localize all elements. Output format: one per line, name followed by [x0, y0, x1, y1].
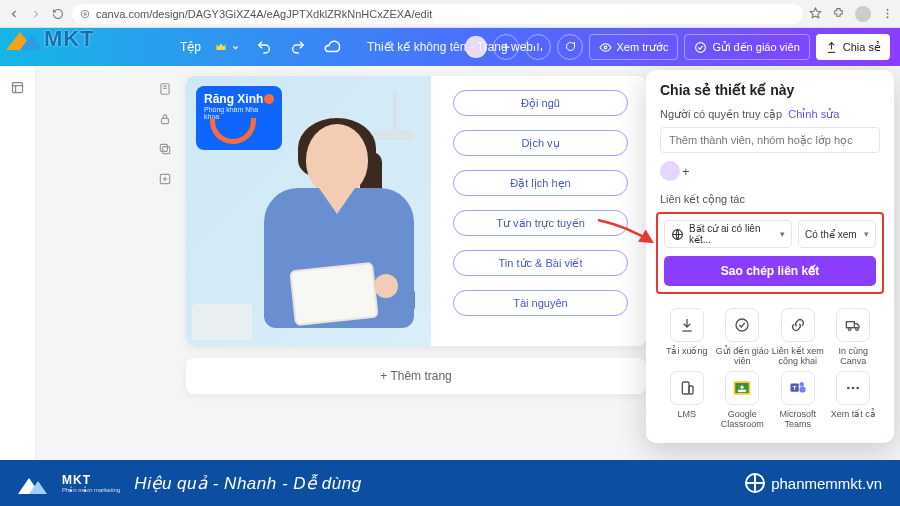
collab-link-label: Liên kết cộng tác	[660, 193, 880, 206]
browser-chrome: canva.com/design/DAGY3GiXZ4A/eAgJPTXdklZ…	[0, 0, 900, 28]
undo-icon[interactable]	[254, 37, 274, 57]
add-avatar-icon[interactable]: +	[682, 164, 690, 179]
opt-ms-teams[interactable]: T Microsoft Teams	[771, 371, 825, 430]
redo-icon[interactable]	[288, 37, 308, 57]
chevron-down-icon: ▾	[864, 229, 869, 239]
canvas-area[interactable]: Răng Xinh Phòng khám Nha khoa Đội ngũ Dị…	[36, 66, 900, 460]
nav-btn-resources[interactable]: Tài nguyên	[453, 290, 628, 316]
add-icon[interactable]	[156, 170, 174, 188]
chevron-down-icon	[231, 43, 240, 52]
add-page-button[interactable]: + Thêm trang	[186, 358, 646, 394]
copy-link-button[interactable]: Sao chép liên kết	[664, 256, 876, 286]
mkt-watermark-logo: MKT	[0, 26, 95, 52]
eye-icon	[599, 41, 612, 54]
profile-avatar-icon[interactable]	[855, 6, 871, 22]
footer-logo	[18, 472, 48, 494]
edit-access-link[interactable]: Chỉnh sửa	[788, 108, 839, 120]
nav-btn-booking[interactable]: Đặt lịch hẹn	[453, 170, 628, 196]
svg-point-17	[856, 328, 859, 331]
opt-google-classroom[interactable]: Google Classroom	[716, 371, 770, 430]
nav-btn-services[interactable]: Dịch vụ	[453, 130, 628, 156]
svg-rect-11	[160, 144, 167, 151]
url-text: canva.com/design/DAGY3GiXZ4A/eAgJPTXdklZ…	[96, 8, 432, 20]
check-circle-icon	[725, 308, 759, 342]
footer-tagline: Hiệu quả - Nhanh - Dễ dùng	[134, 473, 361, 494]
member-avatar[interactable]	[660, 161, 680, 181]
nav-forward-icon[interactable]	[28, 6, 44, 22]
page-nav-buttons: Đội ngũ Dịch vụ Đặt lịch hẹn Tư vấn trực…	[431, 76, 646, 346]
svg-point-26	[799, 382, 804, 387]
opt-see-all[interactable]: Xem tất cả	[827, 371, 881, 430]
svg-rect-27	[799, 386, 805, 392]
lock-icon[interactable]	[156, 110, 174, 128]
canva-toolbar: MKT Tệp Thiết kế không tên - Trang web	[0, 28, 900, 66]
opt-send-teacher[interactable]: Gửi đến giáo viên	[716, 308, 770, 367]
add-members-input[interactable]	[660, 127, 880, 153]
svg-point-30	[857, 386, 860, 389]
crown-icon	[215, 41, 227, 53]
google-classroom-icon	[725, 371, 759, 405]
ms-teams-icon: T	[781, 371, 815, 405]
duplicate-icon[interactable]	[156, 140, 174, 158]
highlighted-link-section: Bất cứ ai có liên kết... ▾ Có thể xem ▾ …	[656, 212, 884, 294]
nav-btn-team[interactable]: Đội ngũ	[453, 90, 628, 116]
svg-point-2	[887, 9, 889, 11]
link-icon	[781, 308, 815, 342]
page-hero-image[interactable]: Răng Xinh Phòng khám Nha khoa	[186, 76, 431, 346]
svg-rect-19	[689, 386, 693, 394]
share-button[interactable]: Chia sẻ	[816, 34, 890, 60]
comment-icon[interactable]	[557, 34, 583, 60]
link-permission-dropdown[interactable]: Có thể xem ▾	[798, 220, 876, 248]
notes-icon[interactable]	[156, 80, 174, 98]
globe-icon	[745, 473, 765, 493]
footer-site[interactable]: phanmemmkt.vn	[745, 473, 882, 493]
svg-point-3	[887, 13, 889, 15]
menu-file[interactable]: Tệp	[180, 40, 201, 54]
bookmark-star-icon[interactable]	[809, 7, 822, 20]
share-title: Chia sẻ thiết kế này	[660, 82, 880, 98]
footer-brand: MKT	[62, 474, 120, 486]
download-icon	[670, 308, 704, 342]
opt-download[interactable]: Tải xuống	[660, 308, 714, 367]
chevron-down-icon: ▾	[780, 229, 785, 239]
opt-lms[interactable]: LMS	[660, 371, 714, 430]
design-page[interactable]: Răng Xinh Phòng khám Nha khoa Đội ngũ Dị…	[186, 76, 646, 346]
opt-public-link[interactable]: Liên kết xem công khai	[771, 308, 825, 367]
truck-icon	[836, 308, 870, 342]
svg-point-1	[84, 12, 87, 15]
url-bar[interactable]: canva.com/design/DAGY3GiXZ4A/eAgJPTXdklZ…	[72, 4, 803, 24]
nav-btn-news[interactable]: Tin tức & Bài viết	[453, 250, 628, 276]
site-info-icon[interactable]	[80, 9, 90, 19]
svg-point-16	[849, 328, 852, 331]
menu-resize[interactable]	[215, 41, 240, 53]
cloud-sync-icon[interactable]	[322, 37, 342, 57]
svg-rect-10	[163, 147, 170, 154]
design-title[interactable]: Thiết kế không tên - Trang web	[367, 40, 533, 54]
svg-point-5	[604, 46, 607, 49]
svg-point-0	[81, 10, 89, 18]
check-circle-icon	[694, 41, 707, 54]
svg-text:T: T	[793, 385, 797, 391]
send-teacher-button[interactable]: Gửi đến giáo viên	[684, 34, 809, 60]
page-tools	[156, 80, 174, 188]
svg-point-28	[847, 386, 850, 389]
upload-icon	[825, 41, 838, 54]
nav-back-icon[interactable]	[6, 6, 22, 22]
footer-brand-sub: Phần mềm marketing	[62, 486, 120, 493]
nav-reload-icon[interactable]	[50, 6, 66, 22]
editor-workspace: Răng Xinh Phòng khám Nha khoa Đội ngũ Dị…	[0, 66, 900, 460]
extensions-icon[interactable]	[832, 7, 845, 20]
svg-point-22	[741, 385, 744, 388]
svg-point-4	[887, 16, 889, 18]
left-rail	[0, 66, 36, 460]
nav-btn-consult[interactable]: Tư vấn trực tuyến	[453, 210, 628, 236]
share-options-grid: Tải xuống Gửi đến giáo viên Liên kết xem…	[660, 308, 880, 429]
preview-button[interactable]: Xem trước	[589, 34, 679, 60]
chrome-menu-icon[interactable]	[881, 7, 894, 20]
opt-print-canva[interactable]: In cùng Canva	[827, 308, 881, 367]
link-scope-dropdown[interactable]: Bất cứ ai có liên kết... ▾	[664, 220, 792, 248]
more-dots-icon	[836, 371, 870, 405]
rail-templates-icon[interactable]	[9, 78, 27, 96]
svg-rect-9	[162, 118, 169, 123]
svg-rect-23	[738, 389, 746, 392]
